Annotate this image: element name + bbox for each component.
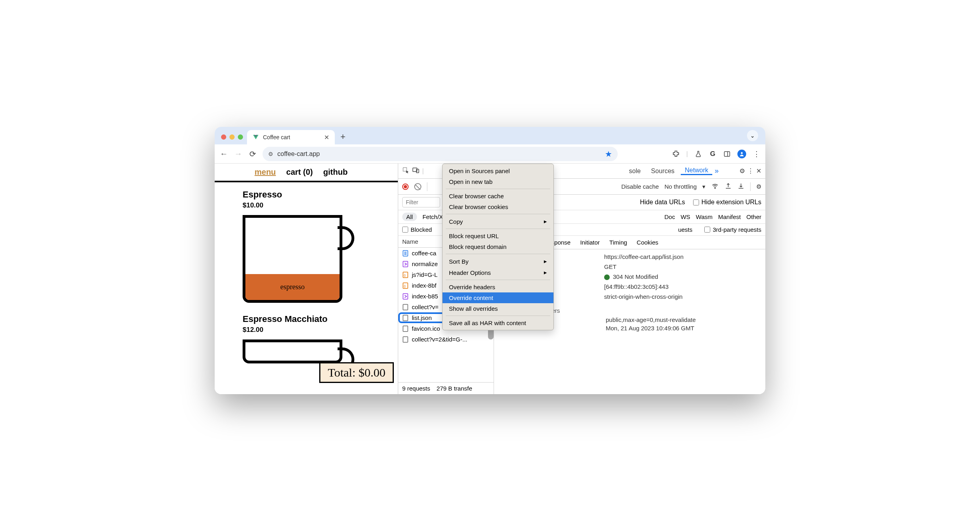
devtools-panel: | sole Sources Network » ⚙ ⋮ ✕ Disable c… (398, 164, 765, 394)
cart-total[interactable]: Total: $0.00 (319, 362, 394, 383)
menu-override-headers[interactable]: Override headers (443, 282, 553, 292)
browser-tab[interactable]: Coffee cart ✕ (247, 130, 335, 144)
svg-rect-0 (724, 152, 730, 156)
tab-initiator[interactable]: Initiator (580, 239, 600, 246)
nav-menu-link[interactable]: menu (255, 168, 276, 177)
filter-doc[interactable]: Doc (664, 213, 675, 220)
coffee-cup-graphic[interactable]: espresso (243, 215, 354, 307)
address-bar[interactable]: ⚙ coffee-cart.app ★ (263, 147, 618, 161)
hide-data-urls-checkbox[interactable]: Hide data URLs (640, 199, 685, 206)
coffee-cup-graphic[interactable] (243, 339, 354, 363)
extensions-icon[interactable] (672, 150, 680, 158)
extensions-area: | G ⋮ (672, 150, 761, 158)
svg-rect-20 (403, 337, 408, 342)
menu-header-options[interactable]: Header Options▸ (443, 267, 553, 278)
product-card: Espresso Macchiato $12.00 (215, 307, 398, 363)
nav-github-link[interactable]: github (323, 168, 348, 177)
tab-timing[interactable]: Timing (609, 239, 627, 246)
product-name: Espresso (243, 189, 370, 200)
filter-ws[interactable]: WS (681, 213, 690, 220)
new-tab-button[interactable]: + (335, 132, 351, 144)
third-party-checkbox[interactable]: 3rd-party requests (704, 226, 761, 233)
forward-button[interactable]: → (234, 149, 243, 158)
tab-title: Coffee cart (263, 134, 320, 140)
tab-close-icon[interactable]: ✕ (324, 134, 329, 141)
network-settings-gear-icon[interactable]: ⚙ (756, 183, 761, 190)
menu-sort-by[interactable]: Sort By▸ (443, 256, 553, 267)
url-text: coffee-cart.app (277, 150, 601, 158)
menu-clear-cookies[interactable]: Clear browser cookies (443, 201, 553, 212)
disable-cache-checkbox[interactable]: Disable cache (621, 183, 659, 190)
throttling-select[interactable]: No throttling (664, 183, 697, 190)
filter-all[interactable]: All (402, 213, 417, 221)
menu-clear-cache[interactable]: Clear browser cache (443, 191, 553, 201)
upload-icon[interactable] (725, 182, 732, 191)
request-url: https://coffee-cart.app/list.json (604, 253, 759, 260)
close-devtools-icon[interactable]: ✕ (756, 167, 761, 175)
menu-block-domain[interactable]: Block request domain (443, 241, 553, 252)
menu-override-content[interactable]: Override content (443, 292, 553, 303)
filter-manifest[interactable]: Manifest (718, 213, 741, 220)
product-price: $12.00 (243, 326, 370, 334)
back-button[interactable]: ← (219, 149, 228, 158)
flask-icon[interactable] (694, 150, 702, 158)
cup-fill-label: espresso (245, 274, 340, 300)
inspect-icon[interactable] (402, 167, 409, 176)
tabs-dropdown-button[interactable]: ⌄ (747, 130, 758, 141)
referrer-policy: strict-origin-when-cross-origin (604, 293, 759, 300)
status-code: 304 Not Modified (613, 273, 658, 280)
tab-console[interactable]: sole (625, 168, 644, 175)
close-window-button[interactable] (221, 134, 226, 140)
tab-sources[interactable]: Sources (647, 168, 679, 175)
site-settings-icon[interactable]: ⚙ (268, 151, 273, 157)
download-icon[interactable] (737, 182, 745, 191)
request-count: 9 requests (402, 385, 430, 392)
wifi-icon[interactable] (711, 182, 719, 191)
kebab-menu-icon[interactable]: ⋮ (753, 150, 761, 158)
window-controls (220, 134, 247, 144)
product-name: Espresso Macchiato (243, 314, 370, 324)
menu-copy[interactable]: Copy▸ (443, 216, 553, 227)
maximize-window-button[interactable] (238, 134, 243, 140)
settings-gear-icon[interactable]: ⚙ (739, 167, 745, 175)
blocked-label: uests (678, 226, 692, 233)
chevron-down-icon[interactable]: ▾ (702, 183, 705, 190)
browser-toolbar: ← → ⟳ ⚙ coffee-cart.app ★ | G ⋮ (215, 144, 765, 164)
menu-save-har[interactable]: Save all as HAR with content (443, 318, 553, 328)
filter-other[interactable]: Other (746, 213, 761, 220)
blocked-checkbox[interactable]: Blocked (402, 226, 432, 233)
record-button[interactable] (402, 184, 409, 190)
menu-open-sources[interactable]: Open in Sources panel (443, 166, 553, 176)
more-tabs-icon[interactable]: » (715, 167, 719, 175)
nav-cart-link[interactable]: cart (0) (286, 168, 313, 177)
filter-input[interactable] (402, 197, 440, 207)
vue-favicon-icon (253, 134, 259, 140)
reload-button[interactable]: ⟳ (248, 149, 257, 159)
menu-open-new-tab[interactable]: Open in new tab (443, 176, 553, 187)
status-dot-icon (604, 274, 610, 280)
filter-wasm[interactable]: Wasm (696, 213, 713, 220)
page-nav: menu cart (0) github (215, 164, 398, 182)
google-icon[interactable]: G (709, 150, 717, 158)
device-toggle-icon[interactable] (412, 167, 420, 176)
tab-cookies[interactable]: Cookies (637, 239, 658, 246)
remote-address: [64:ff9b::4b02:3c05]:443 (604, 283, 759, 290)
menu-show-overrides[interactable]: Show all overrides (443, 303, 553, 314)
tab-bar: Coffee cart ✕ + ⌄ (215, 127, 765, 144)
hide-extension-urls-checkbox[interactable]: Hide extension URLs (693, 199, 761, 206)
minimize-window-button[interactable] (229, 134, 235, 140)
tab-network[interactable]: Network (681, 167, 712, 175)
filter-fetch[interactable]: Fetch/X (423, 213, 443, 220)
clear-button[interactable] (414, 183, 421, 190)
chevron-right-icon: ▸ (544, 269, 547, 276)
panel-icon[interactable] (723, 150, 731, 158)
bookmark-star-icon[interactable]: ★ (605, 149, 612, 159)
profile-avatar[interactable] (737, 150, 746, 158)
request-method: GET (604, 263, 759, 270)
transfer-size: 279 B transfe (437, 385, 472, 392)
svg-point-6 (715, 188, 715, 189)
kebab-icon[interactable]: ⋮ (747, 167, 754, 175)
request-row[interactable]: collect?v=2&tid=G-... (398, 334, 494, 345)
header-value: public,max-age=0,must-revalidate (606, 316, 759, 323)
menu-block-url[interactable]: Block request URL (443, 231, 553, 241)
